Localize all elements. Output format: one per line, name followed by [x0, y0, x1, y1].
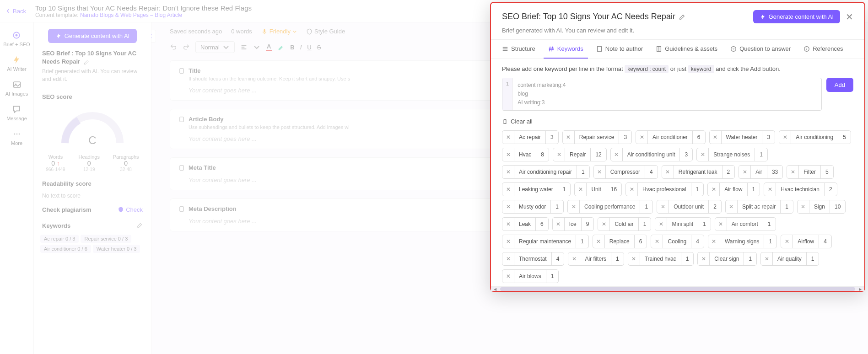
question-icon: ? [730, 46, 737, 52]
tab-note[interactable]: Note to author [592, 40, 647, 59]
tab-guidelines[interactable]: Guidelines & assets [651, 40, 722, 59]
modal-header: SEO Brief: Top 10 Signs Your AC Needs Re… [491, 3, 864, 27]
remove-tag-icon[interactable]: ✕ [726, 200, 738, 213]
remove-tag-icon[interactable]: ✕ [563, 131, 575, 144]
remove-tag-icon[interactable]: ✕ [698, 252, 710, 265]
remove-tag-icon[interactable]: ✕ [787, 166, 799, 178]
trash-icon [502, 118, 508, 124]
tag-name: Split ac repair [738, 200, 780, 213]
tag-count: 1 [576, 235, 588, 248]
tag-count: 16 [606, 183, 621, 196]
tag-name: Air comfort [727, 218, 763, 231]
remove-tag-icon[interactable]: ✕ [568, 252, 580, 265]
remove-tag-icon[interactable]: ✕ [502, 148, 514, 161]
tab-references[interactable]: References [799, 40, 847, 59]
generate-button-modal[interactable]: Generate content with AI [753, 10, 840, 23]
tag-name: Hvac [514, 148, 536, 161]
tag-count: 1 [780, 200, 793, 213]
remove-tag-icon[interactable]: ✕ [708, 235, 720, 248]
tag-name: Regular maintenance [514, 235, 576, 248]
remove-tag-icon[interactable]: ✕ [739, 166, 751, 178]
keyword-tag: ✕Unit16 [574, 182, 622, 196]
remove-tag-icon[interactable]: ✕ [502, 200, 514, 213]
remove-tag-icon[interactable]: ✕ [764, 183, 776, 196]
tag-count: 1 [691, 183, 704, 196]
tag-name: Ice [565, 218, 581, 231]
tag-name: Repair [565, 148, 590, 161]
tag-count: 1 [744, 252, 756, 265]
tab-keywords[interactable]: Keywords [544, 40, 588, 59]
remove-tag-icon[interactable]: ✕ [502, 270, 514, 283]
keyword-tag: ✕Hvac technician2 [764, 182, 837, 196]
remove-tag-icon[interactable]: ✕ [628, 252, 640, 265]
tag-name: Replace [605, 235, 634, 248]
input-row: 1 content marketing:4blogAI writing:3 Ad… [502, 78, 853, 111]
remove-tag-icon[interactable]: ✕ [502, 235, 514, 248]
remove-tag-icon[interactable]: ✕ [502, 183, 514, 196]
keyword-textarea[interactable]: 1 content marketing:4blogAI writing:3 [502, 78, 822, 111]
tag-count: 6 [634, 235, 647, 248]
remove-tag-icon[interactable]: ✕ [553, 218, 565, 231]
remove-tag-icon[interactable]: ✕ [568, 200, 580, 213]
clear-all-button[interactable]: Clear all [502, 118, 853, 125]
scroll-left-icon[interactable]: ◀ [492, 287, 498, 291]
scroll-thumb[interactable] [500, 287, 855, 291]
remove-tag-icon[interactable]: ✕ [710, 131, 722, 144]
remove-tag-icon[interactable]: ✕ [781, 235, 793, 248]
keyword-tag: ✕Outdoor unit2 [657, 200, 722, 214]
tag-count: 4 [645, 166, 658, 178]
tag-count: 5 [820, 166, 833, 178]
keyword-tag: ✕Leaking water1 [502, 182, 571, 196]
keyword-tag: ✕Replace6 [593, 235, 647, 248]
keyword-tag: ✕Repair service3 [562, 130, 632, 144]
tag-name: Air blows [514, 270, 546, 283]
tag-count: 1 [764, 235, 776, 248]
keyword-tag: ✕Regular maintenance1 [502, 235, 589, 248]
tag-count: 1 [763, 218, 776, 231]
remove-tag-icon[interactable]: ✕ [502, 218, 514, 231]
keyword-tag: ✕Musty odor1 [502, 200, 564, 214]
seo-brief-modal: SEO Brief: Top 10 Signs Your AC Needs Re… [490, 2, 865, 292]
remove-tag-icon[interactable]: ✕ [708, 183, 720, 196]
remove-tag-icon[interactable]: ✕ [697, 148, 709, 161]
remove-tag-icon[interactable]: ✕ [662, 166, 674, 178]
remove-tag-icon[interactable]: ✕ [611, 148, 623, 161]
remove-tag-icon[interactable]: ✕ [598, 218, 610, 231]
scroll-right-icon[interactable]: ▶ [857, 287, 863, 291]
tab-structure[interactable]: Structure [497, 40, 540, 59]
tag-count: 9 [581, 218, 594, 231]
remove-tag-icon[interactable]: ✕ [715, 218, 727, 231]
tag-count: 3 [545, 131, 558, 144]
edit-icon[interactable] [679, 14, 685, 20]
tag-name: Air filters [580, 252, 611, 265]
remove-tag-icon[interactable]: ✕ [502, 166, 514, 178]
remove-tag-icon[interactable]: ✕ [594, 166, 606, 178]
close-icon[interactable]: ✕ [846, 11, 853, 22]
remove-tag-icon[interactable]: ✕ [636, 131, 648, 144]
horizontal-scrollbar[interactable]: ◀ ▶ [491, 286, 864, 291]
remove-tag-icon[interactable]: ✕ [657, 200, 669, 213]
remove-tag-icon[interactable]: ✕ [502, 131, 514, 144]
remove-tag-icon[interactable]: ✕ [655, 218, 667, 231]
keyword-tag: ✕Air conditioning5 [779, 130, 851, 144]
remove-tag-icon[interactable]: ✕ [651, 235, 663, 248]
tag-count: 1 [638, 218, 651, 231]
remove-tag-icon[interactable]: ✕ [779, 131, 791, 144]
remove-tag-icon[interactable]: ✕ [761, 252, 773, 265]
tag-name: Leak [514, 218, 535, 231]
remove-tag-icon[interactable]: ✕ [553, 148, 565, 161]
tag-count: 2 [824, 183, 837, 196]
remove-tag-icon[interactable]: ✕ [626, 183, 638, 196]
keyword-lines[interactable]: content marketing:4blogAI writing:3 [513, 78, 570, 110]
tag-count: 12 [590, 148, 606, 161]
keyword-tag: ✕Compressor4 [593, 165, 658, 179]
tab-question[interactable]: ?Question to answer [726, 40, 795, 59]
remove-tag-icon[interactable]: ✕ [593, 235, 605, 248]
remove-tag-icon[interactable]: ✕ [575, 183, 587, 196]
tag-name: Cooling [663, 235, 691, 248]
add-button[interactable]: Add [826, 78, 853, 92]
keyword-tag: ✕Airflow4 [781, 235, 832, 248]
remove-tag-icon[interactable]: ✕ [502, 252, 514, 265]
tag-name: Outdoor unit [669, 200, 708, 213]
remove-tag-icon[interactable]: ✕ [798, 200, 809, 213]
